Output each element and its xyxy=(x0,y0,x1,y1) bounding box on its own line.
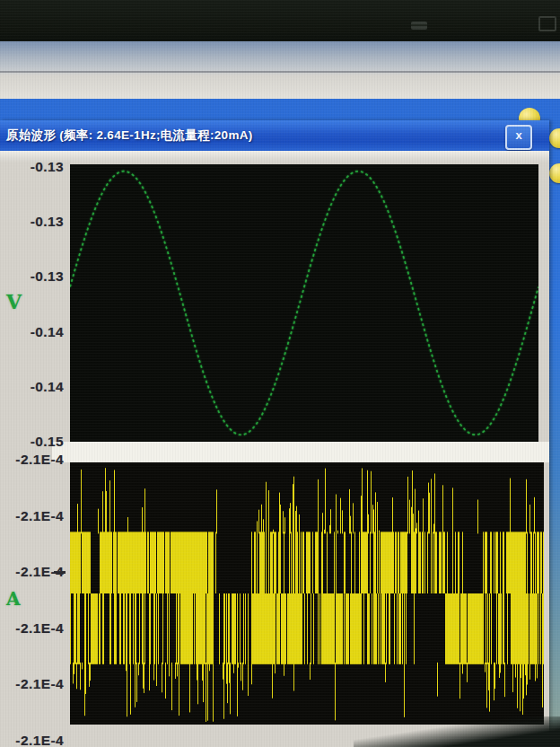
current-axis-label: A xyxy=(6,588,21,610)
plot-divider xyxy=(52,442,549,462)
tick-label: -2.1E-4 xyxy=(0,615,66,642)
waveform-window: 原始波形 (频率: 2.64E-1Hz;电流量程:20mA) x -0.13-0… xyxy=(0,120,549,747)
tick-label: -0.14 xyxy=(0,319,66,346)
background-window-edge xyxy=(0,41,560,99)
tick-label: -0.13 xyxy=(0,154,66,180)
voltage-plot-canvas xyxy=(70,164,538,442)
tick-label: -2.1E-4 xyxy=(0,727,66,747)
square-outline-icon xyxy=(538,16,556,31)
close-button[interactable]: x xyxy=(505,125,532,150)
tick-label: -0.13 xyxy=(0,208,66,235)
equalizer-icon xyxy=(411,22,427,30)
monitor-corner-shadow xyxy=(354,716,560,747)
titlebar[interactable]: 原始波形 (频率: 2.64E-1Hz;电流量程:20mA) x xyxy=(0,120,549,151)
voltage-axis-label: V xyxy=(6,290,22,313)
tick-label: -0.13 xyxy=(0,263,66,290)
tick-label: -2.1E-4 xyxy=(0,671,66,698)
window-title: 原始波形 (频率: 2.64E-1Hz;电流量程:20mA) xyxy=(0,127,253,144)
monitor-top-band xyxy=(0,0,560,41)
screen: 原始波形 (频率: 2.64E-1Hz;电流量程:20mA) x -0.13-0… xyxy=(0,0,560,747)
tick-label: -0.14 xyxy=(0,374,66,400)
axis-tick-mark xyxy=(54,571,66,574)
current-plot-canvas xyxy=(70,462,544,725)
window-body: -0.13-0.13-0.13-0.14-0.14-0.15 -2.1E-4-2… xyxy=(0,151,549,747)
tick-label: -2.1E-4 xyxy=(0,503,66,530)
tick-label: -2.1E-4 xyxy=(0,446,66,473)
